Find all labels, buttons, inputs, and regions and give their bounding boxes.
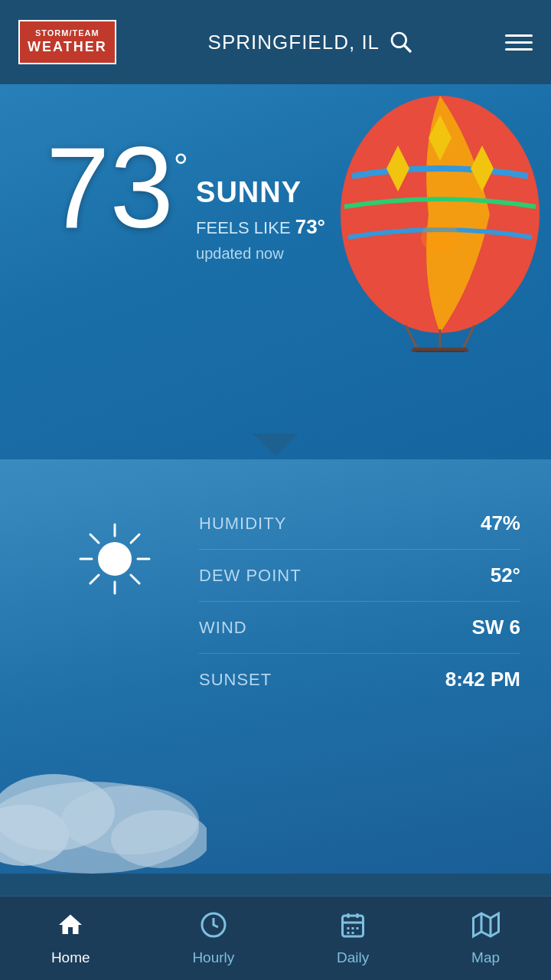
nav-home-label: Home — [51, 949, 90, 966]
svg-rect-36 — [352, 932, 354, 934]
humidity-label: HUMIDITY — [199, 514, 286, 534]
condition-block: SUNNY FEELS LIKE 73° updated now — [196, 130, 325, 263]
wind-value: SW 6 — [471, 616, 520, 639]
feels-like-label: FEELS LIKE — [196, 218, 291, 237]
temperature-display: 73 ° SUNNY FEELS LIKE 73° updated now — [46, 130, 513, 263]
humidity-value: 47% — [481, 511, 520, 535]
nav-hourly[interactable]: Hourly — [177, 903, 249, 974]
svg-line-22 — [90, 534, 99, 543]
location-display: SPRINGFIELD, IL — [208, 30, 414, 54]
scroll-indicator — [253, 433, 298, 459]
svg-rect-35 — [347, 932, 350, 934]
sunset-label: SUNSET — [199, 670, 272, 690]
logo-line1: STORM/TEAM — [28, 28, 107, 38]
svg-rect-32 — [347, 927, 350, 929]
nav-home[interactable]: Home — [36, 903, 106, 974]
logo[interactable]: STORM/TEAM WEATHER — [18, 20, 116, 64]
dew-point-value: 52° — [491, 564, 520, 587]
svg-marker-12 — [253, 433, 298, 456]
sunset-row: SUNSET 8:42 PM — [199, 654, 520, 705]
wind-row: WIND SW 6 — [199, 602, 520, 654]
dew-point-row: DEW POINT 52° — [199, 550, 520, 602]
wind-label: WIND — [199, 618, 247, 638]
dew-point-label: DEW POINT — [199, 566, 302, 586]
sunset-value: 8:42 PM — [445, 668, 520, 691]
svg-rect-10 — [415, 351, 465, 352]
menu-button[interactable] — [505, 34, 533, 51]
search-icon[interactable] — [389, 30, 413, 54]
svg-line-1 — [405, 46, 410, 51]
cloud-decoration — [0, 705, 207, 874]
bottom-nav: Home Hourly Daily — [0, 896, 551, 980]
svg-line-23 — [131, 575, 139, 583]
hourly-icon — [200, 911, 227, 945]
header: STORM/TEAM WEATHER SPRINGFIELD, IL — [0, 0, 551, 84]
svg-line-25 — [90, 575, 99, 583]
home-icon — [57, 911, 84, 945]
details-section: HUMIDITY 47% DEW POINT 52° WIND SW 6 SUN… — [0, 459, 551, 874]
svg-point-26 — [98, 542, 132, 576]
feels-like: FEELS LIKE 73° — [196, 215, 325, 239]
updated-text: updated now — [196, 245, 325, 263]
svg-rect-33 — [352, 927, 354, 929]
svg-point-17 — [111, 810, 207, 868]
svg-rect-34 — [357, 927, 359, 929]
feels-like-temp: 73° — [295, 215, 325, 238]
logo-line2: WEATHER — [28, 38, 107, 56]
degree-symbol: ° — [174, 145, 188, 188]
sun-icon — [77, 521, 153, 597]
hero-section: 73 ° SUNNY FEELS LIKE 73° updated now — [0, 84, 551, 459]
nav-map-label: Map — [471, 949, 500, 966]
nav-map[interactable]: Map — [456, 903, 515, 974]
nav-daily-label: Daily — [337, 949, 369, 966]
details-rows: HUMIDITY 47% DEW POINT 52° WIND SW 6 SUN… — [199, 459, 551, 728]
location-text: SPRINGFIELD, IL — [208, 31, 380, 54]
map-icon — [472, 911, 500, 945]
humidity-row: HUMIDITY 47% — [199, 498, 520, 550]
nav-daily[interactable]: Daily — [321, 903, 384, 974]
temperature-value: 73 — [46, 130, 174, 245]
daily-icon — [339, 911, 367, 945]
nav-hourly-label: Hourly — [192, 949, 234, 966]
svg-line-24 — [131, 534, 139, 543]
condition-text: SUNNY — [196, 176, 325, 209]
weather-main: 73 ° SUNNY FEELS LIKE 73° updated now — [0, 84, 551, 292]
svg-marker-37 — [473, 913, 498, 936]
